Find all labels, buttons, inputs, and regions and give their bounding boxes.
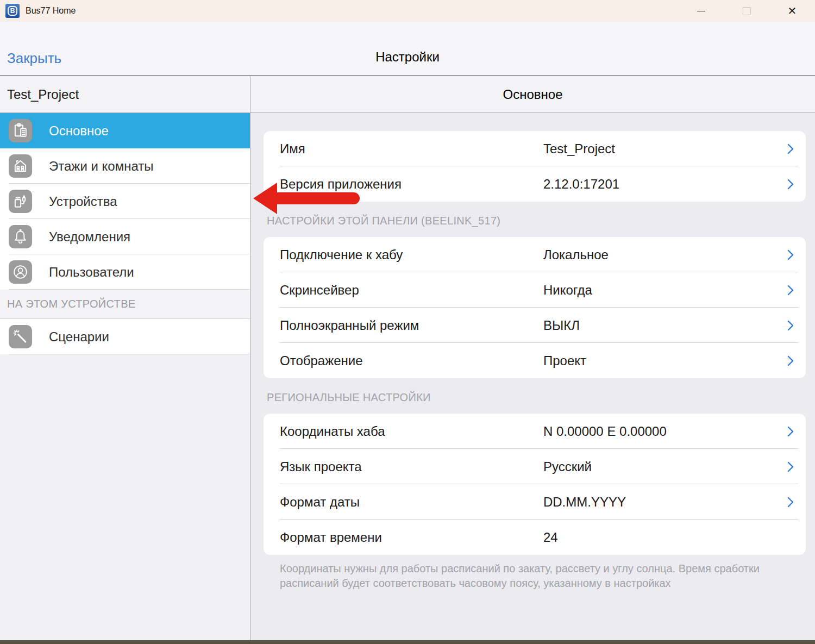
row-date-format[interactable]: Формат датыDD.MM.YYYY xyxy=(264,484,806,520)
row-value: 24 xyxy=(543,530,558,545)
sidebar-item-label: Сценарии xyxy=(49,329,109,345)
row-label: Язык проекта xyxy=(280,459,362,474)
settings-group: РЕГИОНАЛЬНЫЕ НАСТРОЙКИКоординаты хабаN 0… xyxy=(264,391,806,555)
sidebar-device-items: Сценарии xyxy=(0,319,250,354)
row-label: Подключение к хабу xyxy=(280,247,403,262)
row-screensaver[interactable]: СкринсейверНикогда xyxy=(264,272,806,308)
row-value: Test_Project xyxy=(543,141,615,157)
maximize-button[interactable] xyxy=(724,0,769,22)
row-value: 2.12.0:17201 xyxy=(543,177,619,192)
window-controls: ✕ xyxy=(678,0,815,22)
row-display-mode[interactable]: ОтображениеПроект xyxy=(264,343,806,378)
section-label: РЕГИОНАЛЬНЫЕ НАСТРОЙКИ xyxy=(267,391,806,404)
sidebar-item-notifications[interactable]: Уведомления xyxy=(0,219,250,254)
main-panel: Основное ИмяTest_ProjectВерсия приложени… xyxy=(250,76,815,644)
window-titlebar: B Bus77 Home ✕ xyxy=(0,0,815,22)
sidebar-item-label: Пользователи xyxy=(49,265,134,280)
maximize-icon xyxy=(743,7,751,15)
row-label: Отображение xyxy=(280,353,363,368)
panel-title: Основное xyxy=(250,76,815,113)
settings-title: Настройки xyxy=(0,49,815,65)
row-name[interactable]: ИмяTest_Project xyxy=(264,131,806,166)
row-value: Локальное xyxy=(543,247,609,262)
minimize-button[interactable] xyxy=(678,0,724,22)
scenarios-wand-icon xyxy=(9,325,32,348)
sidebar-item-scenarios[interactable]: Сценарии xyxy=(0,319,250,354)
row-value: Русский xyxy=(543,459,592,474)
sidebar-item-label: Основное xyxy=(49,123,109,139)
row-value: Проект xyxy=(543,353,586,368)
main-area: Test_Project ОсновноеЭтажи и комнатыУстр… xyxy=(0,76,815,644)
app-icon-letter: B xyxy=(10,8,15,14)
row-project-language[interactable]: Язык проектаРусский xyxy=(264,449,806,484)
sidebar-item-label: Устройства xyxy=(49,194,117,209)
sidebar-item-label: Уведомления xyxy=(49,229,130,245)
row-value: ВЫКЛ xyxy=(543,318,580,333)
taskbar-edge xyxy=(0,640,815,644)
app-icon: B xyxy=(5,4,20,18)
row-fullscreen-mode[interactable]: Полноэкранный режимВЫКЛ xyxy=(264,308,806,343)
row-hub-coordinates[interactable]: Координаты хабаN 0.00000 E 0.00000 xyxy=(264,414,806,449)
row-value: Никогда xyxy=(543,283,592,298)
row-value: DD.MM.YYYY xyxy=(543,495,626,510)
notifications-bell-icon xyxy=(9,225,32,248)
on-this-device-section-label: НА ЭТОМ УСТРОЙСТВЕ xyxy=(0,290,250,319)
settings-groups: ИмяTest_ProjectВерсия приложения2.12.0:1… xyxy=(264,131,806,555)
row-label: Полноэкранный режим xyxy=(280,318,419,333)
row-label: Координаты хаба xyxy=(280,424,385,439)
devices-icon xyxy=(9,190,32,213)
panel-content: ИмяTest_ProjectВерсия приложения2.12.0:1… xyxy=(250,113,815,644)
window-title: Bus77 Home xyxy=(26,6,76,16)
settings-header: Закрыть Настройки xyxy=(0,22,815,76)
settings-card: Подключение к хабуЛокальноеСкринсейверНи… xyxy=(264,237,806,378)
sidebar-item-devices[interactable]: Устройства xyxy=(0,184,250,219)
settings-group: НАСТРОЙКИ ЭТОЙ ПАНЕЛИ (BEELINK_517)Подкл… xyxy=(264,215,806,378)
sidebar-item-general[interactable]: Основное xyxy=(0,113,250,148)
sidebar-item-floors-rooms[interactable]: Этажи и комнаты xyxy=(0,148,250,184)
floors-rooms-icon xyxy=(9,154,32,178)
row-value: N 0.00000 E 0.00000 xyxy=(543,424,667,439)
footnote: Координаты нужны для работы расписаний п… xyxy=(280,561,784,591)
settings-card: Координаты хабаN 0.00000 E 0.00000Язык п… xyxy=(264,414,806,555)
sidebar-item-label: Этажи и комнаты xyxy=(49,159,153,174)
clipboard-icon xyxy=(9,119,32,142)
sidebar-items: ОсновноеЭтажи и комнатыУстройстваУведомл… xyxy=(0,113,250,290)
close-icon: ✕ xyxy=(788,5,797,16)
row-label: Формат даты xyxy=(280,495,360,510)
row-label: Скринсейвер xyxy=(280,283,359,298)
row-label: Формат времени xyxy=(280,530,382,545)
settings-card: ИмяTest_ProjectВерсия приложения2.12.0:1… xyxy=(264,131,806,202)
section-label: НАСТРОЙКИ ЭТОЙ ПАНЕЛИ (BEELINK_517) xyxy=(267,215,806,227)
row-label: Имя xyxy=(280,141,305,157)
sidebar: Test_Project ОсновноеЭтажи и комнатыУстр… xyxy=(0,76,250,644)
row-hub-connection[interactable]: Подключение к хабуЛокальное xyxy=(264,237,806,272)
minimize-icon xyxy=(697,11,705,11)
close-button[interactable]: ✕ xyxy=(769,0,815,22)
sidebar-item-users[interactable]: Пользователи xyxy=(0,254,250,290)
row-label: Версия приложения xyxy=(280,177,402,192)
users-icon xyxy=(9,260,32,284)
row-time-format: Формат времени24 xyxy=(264,520,806,555)
project-title: Test_Project xyxy=(0,76,250,113)
row-app-version[interactable]: Версия приложения2.12.0:17201 xyxy=(264,166,806,202)
settings-group: ИмяTest_ProjectВерсия приложения2.12.0:1… xyxy=(264,131,806,202)
